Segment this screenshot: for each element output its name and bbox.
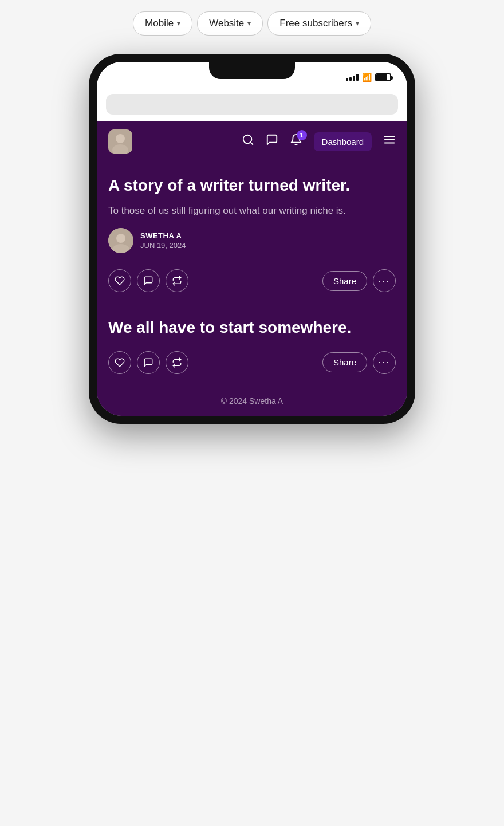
- post2-action-bar: Share ···: [108, 345, 396, 376]
- signal-icon: [346, 74, 359, 81]
- tab-website-chevron: ▾: [247, 19, 251, 27]
- search-input[interactable]: [106, 94, 398, 115]
- post1-date: JUN 19, 2024: [140, 241, 186, 250]
- post2-like-button[interactable]: [108, 351, 131, 374]
- post1-subtitle: To those of us still figuring out what o…: [108, 203, 396, 218]
- tab-free-subscribers-chevron: ▾: [356, 19, 359, 27]
- author-name: SWETHA A: [140, 231, 186, 240]
- notification-icon[interactable]: 1: [290, 133, 302, 150]
- search-icon[interactable]: [242, 133, 254, 150]
- status-bar-right: 📶: [346, 73, 391, 82]
- post-card-2: We all have to start somewhere.: [97, 304, 407, 386]
- post2-title: We all have to start somewhere.: [108, 318, 396, 337]
- tab-website-label: Website: [209, 18, 244, 29]
- battery-icon: [375, 73, 391, 81]
- post1-title: A story of a writer turned writer.: [108, 176, 396, 195]
- notification-badge: 1: [297, 130, 307, 140]
- wifi-icon: 📶: [362, 73, 372, 82]
- post1-comment-button[interactable]: [137, 269, 160, 292]
- phone-frame: 📶: [89, 54, 415, 424]
- phone-notch: [209, 62, 295, 79]
- phone-footer: © 2024 Swetha A: [97, 386, 407, 416]
- tab-free-subscribers-label: Free subscribers: [279, 18, 352, 29]
- svg-point-1: [116, 134, 125, 143]
- post1-share-button[interactable]: Share: [322, 271, 367, 291]
- hamburger-icon[interactable]: [383, 133, 396, 150]
- tab-bar: Mobile ▾ Website ▾ Free subscribers ▾: [133, 11, 371, 36]
- author-row: SWETHA A JUN 19, 2024: [108, 228, 396, 253]
- content-area: 1 Dashboard A story of a writer turned w…: [97, 121, 407, 416]
- post2-more-button[interactable]: ···: [373, 351, 396, 374]
- avatar[interactable]: [108, 129, 132, 154]
- post1-repost-button[interactable]: [166, 269, 188, 292]
- nav-bar: 1 Dashboard: [97, 121, 407, 162]
- post1-more-button[interactable]: ···: [373, 269, 396, 292]
- tab-mobile[interactable]: Mobile ▾: [133, 11, 192, 36]
- dashboard-button[interactable]: Dashboard: [314, 132, 372, 151]
- phone-screen: 📶: [97, 62, 407, 416]
- tab-mobile-chevron: ▾: [177, 19, 180, 27]
- author-info: SWETHA A JUN 19, 2024: [140, 231, 186, 250]
- tab-mobile-label: Mobile: [145, 18, 174, 29]
- nav-icons: 1 Dashboard: [242, 132, 396, 151]
- post1-like-button[interactable]: [108, 269, 131, 292]
- chat-icon[interactable]: [266, 133, 278, 150]
- post2-comment-button[interactable]: [137, 351, 160, 374]
- tab-website[interactable]: Website ▾: [197, 11, 263, 36]
- author-avatar: [108, 228, 133, 253]
- post2-repost-button[interactable]: [166, 351, 188, 374]
- post-card-1: A story of a writer turned writer. To th…: [97, 162, 407, 304]
- post2-share-button[interactable]: Share: [322, 352, 367, 372]
- svg-point-9: [116, 234, 125, 243]
- tab-free-subscribers[interactable]: Free subscribers ▾: [267, 11, 371, 36]
- copyright-text: © 2024 Swetha A: [221, 396, 283, 406]
- search-bar-area: [97, 89, 407, 121]
- post1-action-bar: Share ···: [108, 263, 396, 294]
- svg-line-4: [250, 142, 253, 144]
